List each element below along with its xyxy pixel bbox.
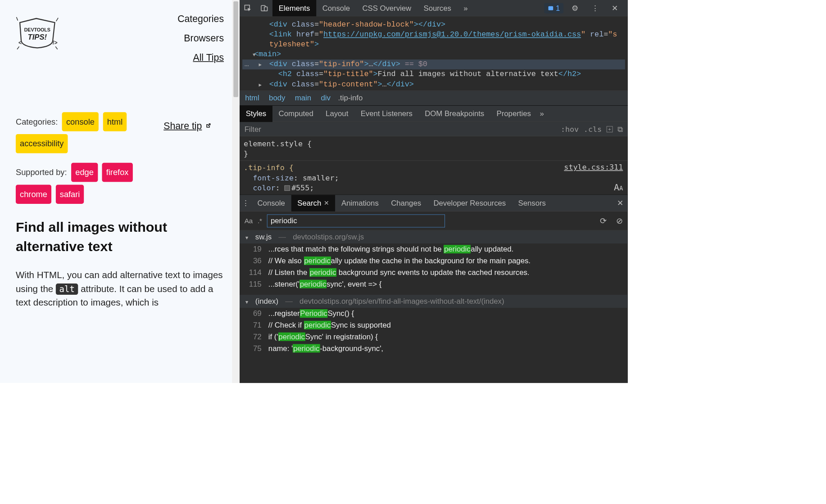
- devtools-toolbar: Elements Console CSS Overview Sources » …: [240, 0, 628, 16]
- filter-placeholder[interactable]: Filter: [245, 125, 261, 134]
- expand-toggle[interactable]: [253, 50, 255, 59]
- subtab-dom-breakpoints[interactable]: DOM Breakpoints: [419, 105, 490, 122]
- svg-rect-7: [548, 6, 553, 10]
- cls-toggle[interactable]: .cls: [584, 125, 602, 133]
- subtab-styles[interactable]: Styles: [240, 105, 272, 122]
- svg-text:DEVTOOLS: DEVTOOLS: [24, 27, 50, 32]
- kebab-menu-icon[interactable]: ⋮: [587, 0, 603, 16]
- nav-categories[interactable]: Categories: [177, 14, 224, 24]
- dom-node[interactable]: <div class="header-shadow-block"></div>: [242, 20, 625, 30]
- categories-row: Categories: console html accessibility: [16, 111, 139, 154]
- new-style-rule-icon[interactable]: +: [607, 126, 613, 132]
- subtabs-overflow[interactable]: »: [540, 109, 544, 118]
- search-result-file[interactable]: sw.js—devtoolstips.org/sw.js: [240, 230, 628, 243]
- logo-icon: DEVTOOLS TIPS! < />: [16, 14, 59, 51]
- nav-browsers[interactable]: Browsers: [184, 33, 224, 44]
- search-result-line[interactable]: 71// Check if periodicSync is supported: [240, 320, 628, 331]
- search-result-line[interactable]: 69...registerPeriodicSync() {: [240, 308, 628, 320]
- browser-tag[interactable]: edge: [71, 163, 98, 182]
- svg-rect-6: [264, 7, 268, 11]
- search-result-line[interactable]: 36// We also periodically update the cac…: [240, 255, 628, 267]
- crumb[interactable]: html: [245, 94, 259, 102]
- inspect-icon[interactable]: [240, 0, 256, 16]
- page-title: Find all images without alternative text: [16, 217, 224, 256]
- top-nav: DEVTOOLS TIPS! < /> Categories Browsers …: [16, 14, 224, 63]
- drawer-tabs: ⋮ Console Search✕ Animations Changes Dev…: [240, 195, 628, 211]
- search-result-line[interactable]: 75name: 'periodic-background-sync',: [240, 343, 628, 355]
- dom-tree[interactable]: <div class="header-shadow-block"></div> …: [240, 16, 628, 91]
- close-tab-icon[interactable]: ✕: [324, 199, 329, 207]
- refresh-icon[interactable]: ⟳: [600, 216, 607, 225]
- dom-node[interactable]: tylesheet">: [242, 40, 625, 50]
- categories-label: Categories:: [16, 117, 58, 126]
- search-result-file[interactable]: (index)—devtoolstips.org/tips/en/find-al…: [240, 295, 628, 308]
- drawer-tab-console[interactable]: Console: [251, 195, 291, 211]
- tab-console[interactable]: Console: [316, 0, 356, 16]
- drawer-close-icon[interactable]: ✕: [617, 198, 628, 207]
- cat-tag[interactable]: html: [103, 112, 127, 131]
- cat-tag[interactable]: accessibility: [16, 134, 68, 153]
- scrollbar[interactable]: [232, 0, 240, 383]
- settings-icon[interactable]: ⚙: [567, 0, 583, 16]
- crumb-current[interactable]: div.tip-info: [321, 94, 363, 102]
- dom-node[interactable]: <link href="https://unpkg.com/prismjs@1.…: [242, 30, 625, 40]
- browser-tag[interactable]: firefox: [102, 163, 133, 182]
- dom-breadcrumb[interactable]: html body main div.tip-info: [240, 91, 628, 106]
- cat-tag[interactable]: console: [62, 112, 99, 131]
- close-icon[interactable]: ✕: [607, 0, 623, 16]
- drawer-tab-changes[interactable]: Changes: [385, 195, 427, 211]
- crumb[interactable]: main: [295, 94, 311, 102]
- search-result-line[interactable]: 19...rces that match the following strin…: [240, 243, 628, 255]
- expand-toggle[interactable]: [259, 80, 262, 89]
- devtools-panel: Elements Console CSS Overview Sources » …: [240, 0, 628, 383]
- dom-node[interactable]: <main>: [242, 50, 625, 59]
- drawer: ⋮ Console Search✕ Animations Changes Dev…: [240, 194, 628, 383]
- subtab-computed[interactable]: Computed: [272, 105, 320, 122]
- share-tip-link[interactable]: Share tip: [163, 121, 211, 131]
- external-link-icon: [204, 122, 211, 129]
- expand-toggle[interactable]: [259, 60, 262, 69]
- tab-css-overview[interactable]: CSS Overview: [356, 0, 418, 16]
- browser-tag[interactable]: safari: [56, 184, 84, 204]
- tab-elements[interactable]: Elements: [272, 0, 316, 16]
- styles-tabs: Styles Computed Layout Event Listeners D…: [240, 106, 628, 122]
- nav-all-tips[interactable]: All Tips: [193, 52, 224, 63]
- regex-icon[interactable]: .*: [258, 217, 262, 225]
- subtab-properties[interactable]: Properties: [490, 105, 537, 122]
- dom-node[interactable]: <div class="tip-content">…</div>: [242, 79, 625, 89]
- search-results[interactable]: sw.js—devtoolstips.org/sw.js19...rces th…: [240, 230, 628, 383]
- toggle-sidebar-icon[interactable]: ⧉: [617, 125, 623, 133]
- dom-node-selected[interactable]: <div class="tip-info">…</div> == $0: [242, 59, 625, 69]
- style-source-link[interactable]: style.css:311: [564, 163, 623, 171]
- drawer-tab-search[interactable]: Search✕: [291, 195, 336, 211]
- svg-text:TIPS!: TIPS!: [27, 33, 47, 41]
- tab-sources[interactable]: Sources: [418, 0, 458, 16]
- subtab-event-listeners[interactable]: Event Listeners: [354, 105, 419, 122]
- search-result-line[interactable]: 114// Listen the periodic background syn…: [240, 267, 628, 279]
- drawer-menu-icon[interactable]: ⋮: [240, 198, 251, 207]
- hov-toggle[interactable]: :hov: [561, 125, 579, 133]
- issues-badge[interactable]: 1: [544, 3, 563, 13]
- device-toolbar-icon[interactable]: [256, 0, 272, 16]
- scrollbar-thumb[interactable]: [233, 1, 238, 97]
- font-size-icon[interactable]: AA: [614, 182, 623, 193]
- subtab-layout[interactable]: Layout: [319, 105, 354, 122]
- clear-icon[interactable]: ⊘: [616, 216, 623, 225]
- site-logo[interactable]: DEVTOOLS TIPS! < />: [16, 14, 59, 51]
- article-body: With HTML, you can add alternative text …: [16, 268, 224, 310]
- drawer-tab-developer-resources[interactable]: Developer Resources: [427, 195, 512, 211]
- styles-filter-row: Filter :hov .cls + ⧉: [240, 122, 628, 136]
- browser-tag[interactable]: chrome: [16, 184, 51, 204]
- dom-node[interactable]: <h2 class="tip-title">Find all images wi…: [242, 69, 625, 79]
- crumb[interactable]: body: [269, 94, 285, 102]
- color-swatch[interactable]: [285, 185, 290, 191]
- drawer-tab-animations[interactable]: Animations: [335, 195, 385, 211]
- drawer-tab-sensors[interactable]: Sensors: [512, 195, 552, 211]
- search-result-line[interactable]: 115...stener('periodicsync', event => {: [240, 279, 628, 290]
- search-result-line[interactable]: 72if ('periodicSync' in registration) {: [240, 331, 628, 343]
- styles-pane[interactable]: element.style { } AA style.css:311 .tip-…: [240, 136, 628, 194]
- tabs-overflow[interactable]: »: [458, 0, 474, 16]
- search-input[interactable]: [267, 214, 445, 227]
- issues-icon: [548, 5, 554, 11]
- match-case-icon[interactable]: Aa: [245, 217, 253, 225]
